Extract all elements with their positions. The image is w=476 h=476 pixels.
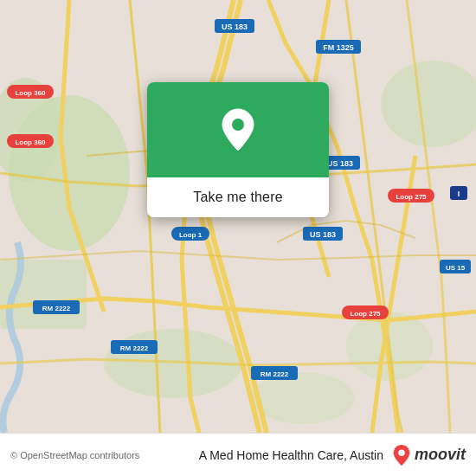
svg-point-39	[398, 449, 404, 455]
moovit-logo: moovit	[392, 444, 466, 466]
location-name: A Med Home Healthn Care, Austin	[199, 448, 383, 462]
moovit-brand-text: moovit	[415, 446, 466, 464]
svg-text:US 15: US 15	[446, 264, 466, 272]
popup-card: Take me there	[147, 82, 329, 217]
svg-text:Loop 360: Loop 360	[15, 89, 46, 97]
svg-text:I: I	[458, 190, 460, 198]
bottom-bar: © OpenStreetMap contributors A Med Home …	[0, 433, 476, 476]
svg-text:US 183: US 183	[222, 23, 248, 31]
svg-text:RM 2222: RM 2222	[120, 344, 149, 352]
svg-text:US 183: US 183	[327, 159, 353, 168]
svg-text:RM 2222: RM 2222	[42, 305, 71, 312]
take-me-there-button[interactable]: Take me there	[147, 177, 329, 217]
svg-point-38	[232, 119, 244, 131]
svg-text:Loop 360: Loop 360	[15, 138, 46, 146]
svg-text:Loop 275: Loop 275	[396, 193, 427, 201]
svg-text:US 183: US 183	[310, 230, 336, 239]
svg-text:RM 2222: RM 2222	[261, 370, 289, 378]
map-container: US 183 FM 1325 Loop 360 Loop 360 US 183 …	[0, 0, 476, 433]
svg-text:Loop 1: Loop 1	[179, 231, 203, 239]
popup-green-area	[147, 82, 329, 177]
svg-text:Loop 275: Loop 275	[350, 310, 381, 318]
moovit-pin-icon	[392, 444, 411, 466]
svg-text:FM 1325: FM 1325	[323, 43, 354, 52]
copyright-text: © OpenStreetMap contributors	[10, 450, 190, 460]
location-pin-icon	[219, 107, 257, 152]
